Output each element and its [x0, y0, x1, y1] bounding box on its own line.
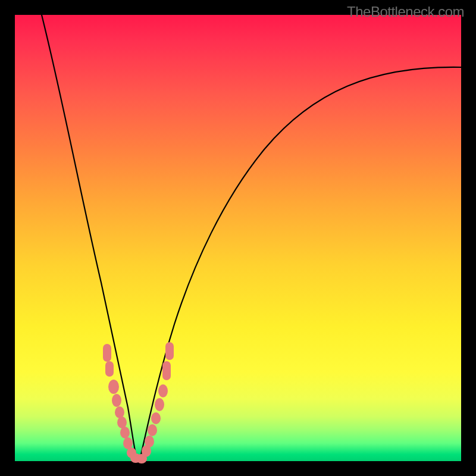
svg-rect-0 — [103, 344, 111, 362]
svg-point-16 — [158, 384, 168, 397]
svg-rect-18 — [165, 342, 174, 360]
watermark-text: TheBottleneck.com — [347, 4, 464, 20]
svg-point-14 — [151, 412, 161, 424]
svg-point-7 — [123, 437, 133, 449]
chart-container: TheBottleneck.com — [0, 0, 476, 476]
svg-rect-1 — [105, 361, 114, 377]
curve-left — [42, 15, 137, 460]
svg-point-4 — [115, 406, 124, 418]
svg-point-3 — [112, 394, 121, 407]
svg-point-2 — [108, 380, 119, 394]
svg-point-5 — [117, 416, 127, 428]
svg-point-15 — [155, 398, 164, 411]
data-markers — [103, 342, 174, 464]
svg-point-13 — [148, 424, 157, 436]
curve-right — [140, 67, 461, 460]
svg-rect-17 — [162, 361, 171, 380]
svg-point-12 — [145, 436, 154, 447]
curve-svg — [15, 15, 461, 461]
plot-area — [15, 15, 461, 461]
svg-point-6 — [120, 427, 130, 439]
